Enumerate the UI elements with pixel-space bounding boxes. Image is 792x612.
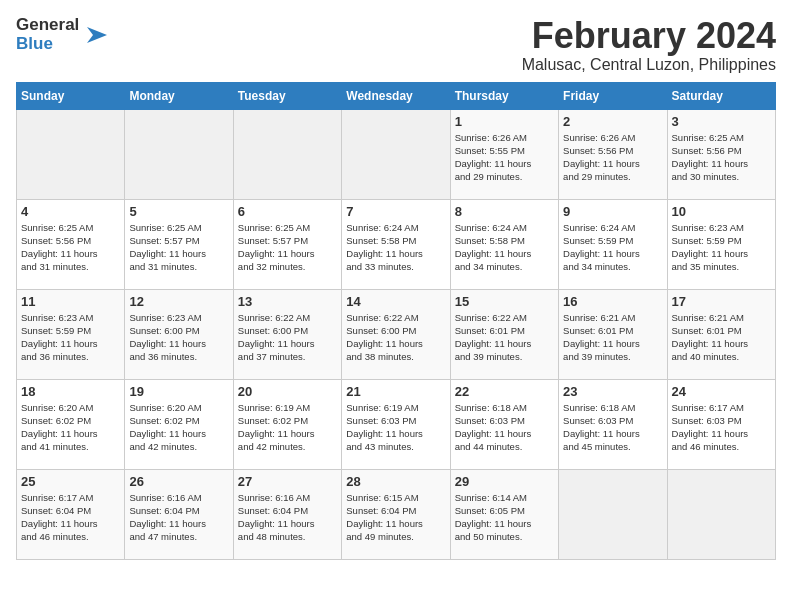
- header-cell-tuesday: Tuesday: [233, 82, 341, 109]
- calendar-table: SundayMondayTuesdayWednesdayThursdayFrid…: [16, 82, 776, 560]
- day-info: Sunrise: 6:20 AMSunset: 6:02 PMDaylight:…: [129, 401, 228, 454]
- day-number: 20: [238, 384, 337, 399]
- day-number: 9: [563, 204, 662, 219]
- day-number: 10: [672, 204, 771, 219]
- day-number: 17: [672, 294, 771, 309]
- calendar-cell: 22Sunrise: 6:18 AMSunset: 6:03 PMDayligh…: [450, 379, 558, 469]
- day-info: Sunrise: 6:24 AMSunset: 5:58 PMDaylight:…: [346, 221, 445, 274]
- day-info: Sunrise: 6:21 AMSunset: 6:01 PMDaylight:…: [563, 311, 662, 364]
- calendar-cell: 14Sunrise: 6:22 AMSunset: 6:00 PMDayligh…: [342, 289, 450, 379]
- calendar-cell: 6Sunrise: 6:25 AMSunset: 5:57 PMDaylight…: [233, 199, 341, 289]
- logo: General Blue: [16, 16, 111, 53]
- day-number: 3: [672, 114, 771, 129]
- day-info: Sunrise: 6:25 AMSunset: 5:57 PMDaylight:…: [129, 221, 228, 274]
- day-number: 16: [563, 294, 662, 309]
- day-info: Sunrise: 6:24 AMSunset: 5:58 PMDaylight:…: [455, 221, 554, 274]
- day-number: 22: [455, 384, 554, 399]
- day-info: Sunrise: 6:25 AMSunset: 5:56 PMDaylight:…: [21, 221, 120, 274]
- day-info: Sunrise: 6:25 AMSunset: 5:56 PMDaylight:…: [672, 131, 771, 184]
- day-info: Sunrise: 6:23 AMSunset: 5:59 PMDaylight:…: [21, 311, 120, 364]
- calendar-cell: [559, 469, 667, 559]
- calendar-cell: 26Sunrise: 6:16 AMSunset: 6:04 PMDayligh…: [125, 469, 233, 559]
- calendar-week-2: 4Sunrise: 6:25 AMSunset: 5:56 PMDaylight…: [17, 199, 776, 289]
- calendar-cell: 28Sunrise: 6:15 AMSunset: 6:04 PMDayligh…: [342, 469, 450, 559]
- calendar-cell: 18Sunrise: 6:20 AMSunset: 6:02 PMDayligh…: [17, 379, 125, 469]
- svg-marker-0: [87, 27, 107, 43]
- calendar-cell: 17Sunrise: 6:21 AMSunset: 6:01 PMDayligh…: [667, 289, 775, 379]
- day-info: Sunrise: 6:21 AMSunset: 6:01 PMDaylight:…: [672, 311, 771, 364]
- day-number: 13: [238, 294, 337, 309]
- calendar-cell: 20Sunrise: 6:19 AMSunset: 6:02 PMDayligh…: [233, 379, 341, 469]
- calendar-cell: 16Sunrise: 6:21 AMSunset: 6:01 PMDayligh…: [559, 289, 667, 379]
- day-info: Sunrise: 6:23 AMSunset: 5:59 PMDaylight:…: [672, 221, 771, 274]
- day-info: Sunrise: 6:18 AMSunset: 6:03 PMDaylight:…: [455, 401, 554, 454]
- calendar-cell: [342, 109, 450, 199]
- header-cell-thursday: Thursday: [450, 82, 558, 109]
- calendar-cell: 24Sunrise: 6:17 AMSunset: 6:03 PMDayligh…: [667, 379, 775, 469]
- calendar-cell: 2Sunrise: 6:26 AMSunset: 5:56 PMDaylight…: [559, 109, 667, 199]
- calendar-week-3: 11Sunrise: 6:23 AMSunset: 5:59 PMDayligh…: [17, 289, 776, 379]
- calendar-cell: [125, 109, 233, 199]
- title-block: February 2024 Malusac, Central Luzon, Ph…: [522, 16, 776, 74]
- day-info: Sunrise: 6:22 AMSunset: 6:01 PMDaylight:…: [455, 311, 554, 364]
- calendar-cell: [667, 469, 775, 559]
- day-info: Sunrise: 6:19 AMSunset: 6:03 PMDaylight:…: [346, 401, 445, 454]
- calendar-cell: [17, 109, 125, 199]
- header-cell-sunday: Sunday: [17, 82, 125, 109]
- day-info: Sunrise: 6:25 AMSunset: 5:57 PMDaylight:…: [238, 221, 337, 274]
- day-info: Sunrise: 6:26 AMSunset: 5:55 PMDaylight:…: [455, 131, 554, 184]
- calendar-cell: 27Sunrise: 6:16 AMSunset: 6:04 PMDayligh…: [233, 469, 341, 559]
- day-number: 24: [672, 384, 771, 399]
- calendar-cell: 25Sunrise: 6:17 AMSunset: 6:04 PMDayligh…: [17, 469, 125, 559]
- calendar-cell: 12Sunrise: 6:23 AMSunset: 6:00 PMDayligh…: [125, 289, 233, 379]
- calendar-week-4: 18Sunrise: 6:20 AMSunset: 6:02 PMDayligh…: [17, 379, 776, 469]
- day-info: Sunrise: 6:20 AMSunset: 6:02 PMDaylight:…: [21, 401, 120, 454]
- day-number: 1: [455, 114, 554, 129]
- day-info: Sunrise: 6:22 AMSunset: 6:00 PMDaylight:…: [346, 311, 445, 364]
- day-info: Sunrise: 6:17 AMSunset: 6:04 PMDaylight:…: [21, 491, 120, 544]
- day-info: Sunrise: 6:16 AMSunset: 6:04 PMDaylight:…: [129, 491, 228, 544]
- calendar-cell: 21Sunrise: 6:19 AMSunset: 6:03 PMDayligh…: [342, 379, 450, 469]
- day-number: 23: [563, 384, 662, 399]
- day-number: 29: [455, 474, 554, 489]
- day-info: Sunrise: 6:26 AMSunset: 5:56 PMDaylight:…: [563, 131, 662, 184]
- day-info: Sunrise: 6:16 AMSunset: 6:04 PMDaylight:…: [238, 491, 337, 544]
- logo-arrow-icon: [83, 21, 111, 49]
- header-cell-wednesday: Wednesday: [342, 82, 450, 109]
- calendar-cell: 4Sunrise: 6:25 AMSunset: 5:56 PMDaylight…: [17, 199, 125, 289]
- day-number: 26: [129, 474, 228, 489]
- day-number: 8: [455, 204, 554, 219]
- day-info: Sunrise: 6:19 AMSunset: 6:02 PMDaylight:…: [238, 401, 337, 454]
- calendar-week-1: 1Sunrise: 6:26 AMSunset: 5:55 PMDaylight…: [17, 109, 776, 199]
- calendar-cell: 8Sunrise: 6:24 AMSunset: 5:58 PMDaylight…: [450, 199, 558, 289]
- calendar-cell: 5Sunrise: 6:25 AMSunset: 5:57 PMDaylight…: [125, 199, 233, 289]
- page-header: General Blue February 2024 Malusac, Cent…: [16, 16, 776, 74]
- day-number: 27: [238, 474, 337, 489]
- logo-line2: Blue: [16, 35, 79, 54]
- calendar-cell: 11Sunrise: 6:23 AMSunset: 5:59 PMDayligh…: [17, 289, 125, 379]
- calendar-cell: 13Sunrise: 6:22 AMSunset: 6:00 PMDayligh…: [233, 289, 341, 379]
- day-info: Sunrise: 6:23 AMSunset: 6:00 PMDaylight:…: [129, 311, 228, 364]
- day-number: 5: [129, 204, 228, 219]
- calendar-cell: 9Sunrise: 6:24 AMSunset: 5:59 PMDaylight…: [559, 199, 667, 289]
- day-number: 19: [129, 384, 228, 399]
- month-title: February 2024: [522, 16, 776, 56]
- day-info: Sunrise: 6:22 AMSunset: 6:00 PMDaylight:…: [238, 311, 337, 364]
- day-number: 18: [21, 384, 120, 399]
- day-number: 4: [21, 204, 120, 219]
- header-row: SundayMondayTuesdayWednesdayThursdayFrid…: [17, 82, 776, 109]
- header-cell-friday: Friday: [559, 82, 667, 109]
- day-info: Sunrise: 6:15 AMSunset: 6:04 PMDaylight:…: [346, 491, 445, 544]
- calendar-cell: 7Sunrise: 6:24 AMSunset: 5:58 PMDaylight…: [342, 199, 450, 289]
- day-number: 11: [21, 294, 120, 309]
- day-number: 2: [563, 114, 662, 129]
- calendar-cell: 29Sunrise: 6:14 AMSunset: 6:05 PMDayligh…: [450, 469, 558, 559]
- day-number: 28: [346, 474, 445, 489]
- calendar-cell: 3Sunrise: 6:25 AMSunset: 5:56 PMDaylight…: [667, 109, 775, 199]
- day-number: 7: [346, 204, 445, 219]
- calendar-week-5: 25Sunrise: 6:17 AMSunset: 6:04 PMDayligh…: [17, 469, 776, 559]
- day-number: 6: [238, 204, 337, 219]
- calendar-cell: 19Sunrise: 6:20 AMSunset: 6:02 PMDayligh…: [125, 379, 233, 469]
- day-number: 15: [455, 294, 554, 309]
- header-cell-monday: Monday: [125, 82, 233, 109]
